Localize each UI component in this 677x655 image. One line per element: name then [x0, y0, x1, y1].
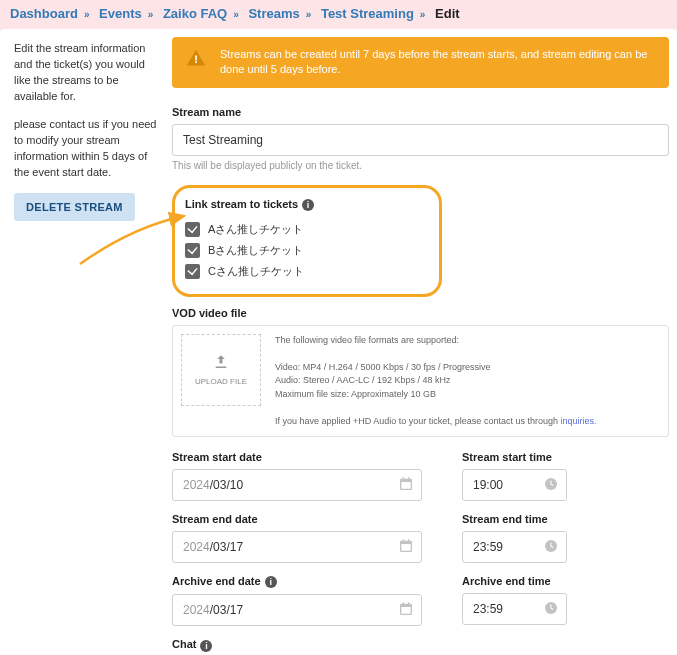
breadcrumb: Dashboard» Events» Zaiko FAQ» Streams» T… — [0, 0, 677, 29]
stream-name-input[interactable] — [172, 124, 669, 156]
chat-label: Chati — [172, 638, 669, 651]
inquiries-link[interactable]: inquiries. — [560, 416, 596, 426]
bc-test[interactable]: Test Streaming — [321, 6, 414, 21]
start-date-label: Stream start date — [172, 451, 422, 463]
bc-streams[interactable]: Streams — [248, 6, 299, 21]
link-tickets-label: Link stream to ticketsi — [185, 198, 425, 211]
ticket-label-a: Aさん推しチケット — [208, 222, 303, 237]
bc-dashboard[interactable]: Dashboard — [10, 6, 78, 21]
vod-text: The following video file formats are sup… — [275, 334, 596, 429]
ticket-checkbox-b[interactable] — [185, 243, 200, 258]
calendar-icon — [398, 601, 414, 617]
end-date-label: Stream end date — [172, 513, 422, 525]
vod-label: VOD video file — [172, 307, 669, 319]
calendar-icon — [398, 476, 414, 492]
warning-icon — [186, 48, 206, 68]
vod-box: UPLOAD FILE The following video file for… — [172, 325, 669, 438]
ticket-checkbox-a[interactable] — [185, 222, 200, 237]
clock-icon — [543, 600, 559, 616]
calendar-icon — [398, 538, 414, 554]
info-icon[interactable]: i — [302, 199, 314, 211]
clock-icon — [543, 538, 559, 554]
bc-faq[interactable]: Zaiko FAQ — [163, 6, 227, 21]
archive-date-input[interactable]: 2024/03/17 — [172, 594, 422, 626]
clock-icon — [543, 476, 559, 492]
stream-name-help: This will be displayed publicly on the t… — [172, 160, 669, 171]
ticket-label-b: Bさん推しチケット — [208, 243, 303, 258]
sidebar-text-1: Edit the stream information and the tick… — [14, 41, 158, 105]
delete-stream-button[interactable]: DELETE STREAM — [14, 193, 135, 221]
archive-date-label: Archive end datei — [172, 575, 422, 588]
bc-edit: Edit — [435, 6, 460, 21]
alert-banner: Streams can be created until 7 days befo… — [172, 37, 669, 88]
stream-name-label: Stream name — [172, 106, 669, 118]
end-time-label: Stream end time — [462, 513, 567, 525]
upload-file-button[interactable]: UPLOAD FILE — [181, 334, 261, 406]
main-form: Streams can be created until 7 days befo… — [172, 37, 669, 655]
upload-icon — [212, 353, 230, 371]
link-tickets-box: Link stream to ticketsi Aさん推しチケット Bさん推しチ… — [172, 185, 442, 297]
info-icon[interactable]: i — [265, 576, 277, 588]
bc-events[interactable]: Events — [99, 6, 142, 21]
alert-text: Streams can be created until 7 days befo… — [220, 48, 647, 75]
archive-time-label: Archive end time — [462, 575, 567, 587]
sidebar: Edit the stream information and the tick… — [8, 37, 158, 655]
ticket-checkbox-c[interactable] — [185, 264, 200, 279]
ticket-label-c: Cさん推しチケット — [208, 264, 304, 279]
info-icon[interactable]: i — [200, 640, 212, 652]
sidebar-text-2: please contact us if you need to modify … — [14, 117, 158, 181]
start-time-label: Stream start time — [462, 451, 567, 463]
end-date-input[interactable]: 2024/03/17 — [172, 531, 422, 563]
start-date-input[interactable]: 2024/03/10 — [172, 469, 422, 501]
upload-label: UPLOAD FILE — [195, 377, 247, 386]
